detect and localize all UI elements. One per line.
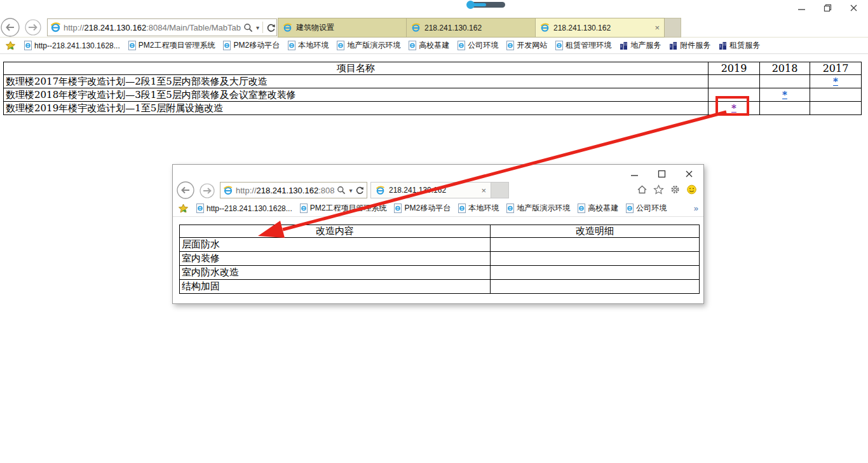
ie-page-icon bbox=[394, 204, 402, 213]
forward-button[interactable] bbox=[25, 19, 43, 37]
year-2019-cell bbox=[709, 75, 760, 88]
favorite-item-pm2-system[interactable]: PM2工程项目管理系统 bbox=[128, 40, 215, 51]
favorite-item-realestate-demo[interactable]: 地产版演示环境 bbox=[337, 40, 400, 51]
favorite-item-realestate-demo[interactable]: 地产版演示环境 bbox=[506, 203, 570, 214]
building-icon bbox=[669, 41, 677, 50]
main-address-bar[interactable]: http://218.241.130.162:8084/Main/Table/M… bbox=[47, 18, 277, 36]
favorite-item-lease-service[interactable]: 租赁服务 bbox=[719, 40, 760, 51]
year-2017-cell bbox=[810, 102, 862, 115]
ie-page-icon bbox=[196, 204, 204, 213]
refresh-icon[interactable] bbox=[266, 23, 276, 32]
popup-address-bar[interactable]: http://218.241.130.162:808 ▾ bbox=[220, 182, 367, 198]
ie-page-icon bbox=[458, 204, 466, 213]
favorite-item-pm2-mobile[interactable]: PM2移动平台 bbox=[223, 40, 280, 51]
favorite-label: 高校基建 bbox=[588, 203, 618, 214]
add-favorite-star-icon[interactable] bbox=[178, 204, 189, 214]
favorite-item-http[interactable]: http--218.241.130.1628... bbox=[196, 204, 292, 213]
maximize-icon[interactable] bbox=[658, 170, 666, 178]
capture-slider-knob[interactable] bbox=[466, 1, 475, 9]
year-2017-cell: * bbox=[810, 75, 862, 88]
favorite-label: PM2工程项目管理系统 bbox=[139, 40, 215, 51]
ie-logo-icon bbox=[223, 186, 233, 195]
restore-icon[interactable] bbox=[824, 4, 832, 12]
favorite-item-university[interactable]: 高校基建 bbox=[409, 40, 449, 51]
address-bar-buttons: ▾ bbox=[337, 186, 364, 195]
renovation-content-cell: 室内防水改造 bbox=[180, 266, 491, 280]
renovation-content-cell: 结构加固 bbox=[180, 280, 491, 294]
year-2017-cell bbox=[810, 88, 862, 102]
main-tabstrip: 建筑物设置 218.241.130.162 218.241.130.162 × bbox=[278, 18, 681, 38]
detail-link-2018[interactable]: * bbox=[782, 89, 787, 100]
ie-popup-window: http://218.241.130.162:808 ▾ 218.241.130… bbox=[172, 164, 704, 304]
favorite-label: 公司环境 bbox=[468, 40, 498, 51]
feedback-smiley-icon[interactable] bbox=[686, 184, 697, 195]
favorite-label: 高校基建 bbox=[419, 40, 449, 51]
favorite-item-university[interactable]: 高校基建 bbox=[578, 203, 618, 214]
tab-close-icon[interactable]: × bbox=[481, 186, 486, 195]
table-row: 数理楼2017年楼宇改造计划—2段1至5层内部装修及大厅改造 * bbox=[4, 75, 862, 88]
favorite-label: 地产版演示环境 bbox=[347, 40, 400, 51]
new-tab-button[interactable] bbox=[491, 182, 509, 198]
tab-label: 218.241.130.162 bbox=[424, 24, 482, 32]
autocomplete-dropdown-icon[interactable]: ▾ bbox=[349, 187, 352, 194]
favorites-star-icon[interactable] bbox=[653, 184, 664, 195]
capture-slider[interactable] bbox=[468, 2, 505, 8]
forward-button[interactable] bbox=[200, 183, 215, 199]
popup-window-controls bbox=[630, 170, 693, 178]
minimize-icon[interactable] bbox=[797, 4, 806, 12]
favorite-item-realestate-service[interactable]: 地产服务 bbox=[620, 40, 661, 51]
add-favorite-star-icon[interactable] bbox=[5, 41, 16, 51]
col-header-2017: 2017 bbox=[810, 62, 862, 75]
new-tab-button[interactable] bbox=[665, 18, 681, 38]
tab-label: 建筑物设置 bbox=[296, 22, 334, 33]
detail-link-2017[interactable]: * bbox=[833, 76, 838, 87]
ie-page-icon bbox=[128, 41, 136, 50]
annotation-highlight-box bbox=[715, 96, 749, 116]
building-icon bbox=[620, 41, 628, 50]
search-icon[interactable] bbox=[337, 186, 346, 195]
year-2018-cell: * bbox=[760, 88, 810, 102]
col-header-renovation-content: 改造内容 bbox=[180, 225, 491, 238]
favorites-overflow-icon[interactable]: » bbox=[694, 204, 698, 213]
col-header-renovation-detail: 改造明细 bbox=[491, 225, 700, 238]
favorite-item-local-env[interactable]: 本地环境 bbox=[458, 203, 499, 214]
tab-building-settings[interactable]: 建筑物设置 bbox=[278, 18, 407, 38]
table-row: 层面防水 bbox=[180, 238, 700, 252]
renovation-detail-cell bbox=[491, 252, 700, 266]
tab-218-241-130-162-a[interactable]: 218.241.130.162 bbox=[407, 18, 536, 38]
home-icon[interactable] bbox=[637, 184, 648, 195]
ie-page-icon bbox=[458, 41, 465, 50]
favorite-item-local-env[interactable]: 本地环境 bbox=[288, 40, 329, 51]
favorite-item-dev-site[interactable]: 开发网站 bbox=[506, 40, 547, 51]
main-navrow: http://218.241.130.162:8084/Main/Table/M… bbox=[0, 18, 868, 38]
close-icon[interactable] bbox=[685, 170, 693, 178]
settings-gear-icon[interactable] bbox=[670, 184, 681, 195]
popup-tab-218-241-130-162[interactable]: 218.241.130.162 × bbox=[370, 182, 491, 198]
favorite-item-pm2-system[interactable]: PM2工程项目管理系统 bbox=[300, 203, 387, 214]
tab-close-icon[interactable]: × bbox=[654, 23, 660, 32]
ie-logo-icon bbox=[283, 23, 292, 32]
url-text: http://218.241.130.162:808 bbox=[236, 186, 334, 195]
favorite-label: 地产版演示环境 bbox=[517, 203, 570, 214]
table-row: 结构加固 bbox=[180, 280, 700, 294]
ie-logo-icon bbox=[50, 22, 61, 32]
popup-toolbar-icons bbox=[637, 184, 697, 195]
favorite-item-company-env[interactable]: 公司环境 bbox=[626, 203, 667, 214]
main-favorites-bar: http--218.241.130.1628... PM2工程项目管理系统 PM… bbox=[0, 38, 868, 54]
minimize-icon[interactable] bbox=[630, 170, 639, 178]
favorite-item-pm2-mobile[interactable]: PM2移动平台 bbox=[394, 203, 451, 214]
year-2018-cell bbox=[760, 102, 810, 115]
back-button[interactable] bbox=[177, 181, 196, 200]
favorite-item-lease-env[interactable]: 租赁管理环境 bbox=[555, 40, 611, 51]
close-icon[interactable] bbox=[850, 4, 858, 12]
address-divider bbox=[262, 22, 263, 33]
search-icon[interactable] bbox=[243, 23, 253, 32]
autocomplete-dropdown-icon[interactable]: ▾ bbox=[256, 24, 259, 31]
refresh-icon[interactable] bbox=[355, 186, 364, 195]
favorite-item-attachment-service[interactable]: 附件服务 bbox=[669, 40, 710, 51]
favorite-item-http[interactable]: http--218.241.130.1628... bbox=[24, 41, 120, 50]
favorite-item-company-env[interactable]: 公司环境 bbox=[458, 40, 498, 51]
tab-218-241-130-162-b-active[interactable]: 218.241.130.162 × bbox=[536, 18, 665, 38]
back-button[interactable] bbox=[1, 18, 21, 38]
favorite-label: PM2移动平台 bbox=[404, 203, 451, 214]
